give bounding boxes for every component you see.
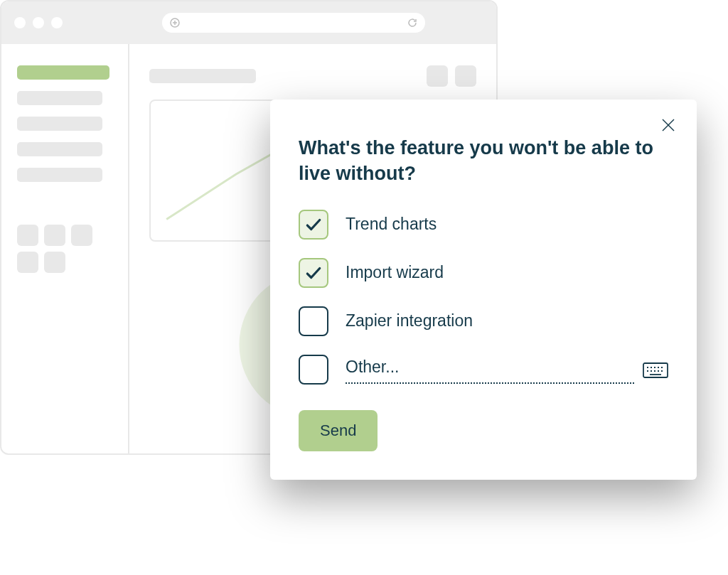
window-controls bbox=[14, 17, 63, 28]
sidebar-item bbox=[17, 91, 102, 105]
sidebar bbox=[1, 44, 129, 453]
grid-square bbox=[71, 225, 92, 246]
plus-circle-icon bbox=[169, 17, 181, 28]
keyboard-icon bbox=[643, 360, 668, 379]
content-title-skeleton bbox=[149, 69, 256, 83]
send-button[interactable]: Send bbox=[299, 410, 378, 451]
toolbar-icon-skeleton bbox=[427, 65, 448, 87]
checkbox[interactable] bbox=[299, 210, 328, 240]
option-other[interactable] bbox=[299, 355, 668, 385]
browser-titlebar bbox=[1, 1, 496, 44]
checkmark-icon bbox=[304, 215, 323, 234]
option-import-wizard[interactable]: Import wizard bbox=[299, 258, 668, 288]
grid-square bbox=[17, 252, 38, 273]
option-zapier[interactable]: Zapier integration bbox=[299, 306, 668, 336]
close-icon[interactable] bbox=[660, 117, 677, 134]
svg-rect-7 bbox=[643, 363, 668, 377]
grid-square bbox=[44, 225, 65, 246]
dot-icon bbox=[14, 17, 26, 28]
option-label: Import wizard bbox=[346, 263, 668, 282]
survey-modal: What's the feature you won't be able to … bbox=[270, 100, 697, 480]
sidebar-item bbox=[17, 168, 102, 182]
checkmark-icon bbox=[304, 264, 323, 282]
sidebar-item bbox=[17, 142, 102, 156]
sidebar-grid bbox=[17, 225, 95, 273]
address-bar bbox=[162, 13, 425, 33]
checkbox[interactable] bbox=[299, 258, 328, 288]
sidebar-item bbox=[17, 117, 102, 131]
option-trend-charts[interactable]: Trend charts bbox=[299, 210, 668, 240]
other-input[interactable] bbox=[346, 355, 634, 384]
dot-icon bbox=[33, 17, 44, 28]
sidebar-item-active bbox=[17, 65, 109, 80]
grid-square bbox=[44, 252, 65, 273]
survey-question: What's the feature you won't be able to … bbox=[299, 135, 668, 187]
checkbox[interactable] bbox=[299, 306, 328, 336]
grid-square bbox=[17, 225, 38, 246]
dot-icon bbox=[51, 17, 63, 28]
toolbar-icon-skeleton bbox=[455, 65, 476, 87]
refresh-icon bbox=[407, 17, 418, 28]
option-label: Trend charts bbox=[346, 215, 668, 234]
checkbox[interactable] bbox=[299, 355, 328, 385]
option-label: Zapier integration bbox=[346, 311, 668, 331]
